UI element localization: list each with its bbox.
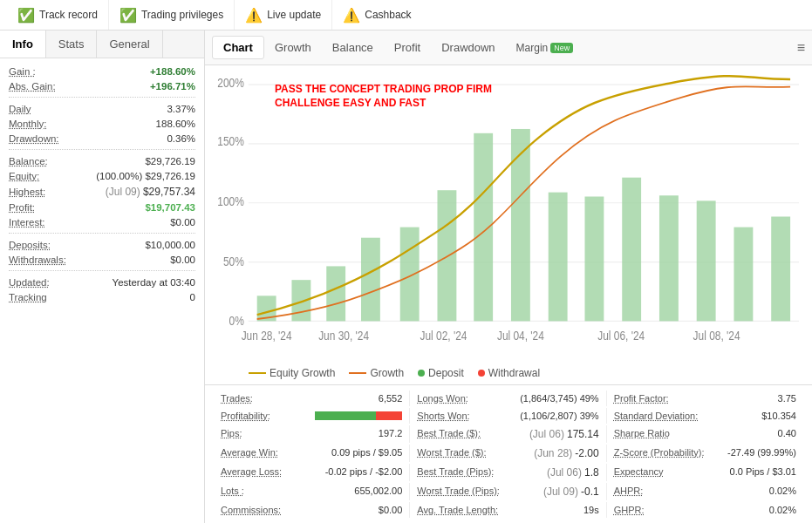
info-section: Gain : +188.60% Abs. Gain: +196.71% Dail…	[0, 58, 204, 313]
chart-tab-chart[interactable]: Chart	[212, 36, 264, 59]
svg-rect-17	[511, 129, 530, 321]
stat-trades: Trades: 6,552	[214, 391, 410, 406]
svg-rect-22	[697, 200, 716, 321]
legend-growth-line	[349, 372, 366, 374]
nav-trading-privileges[interactable]: ✅ Trading privileges	[109, 0, 235, 30]
svg-text:150%: 150%	[217, 134, 244, 148]
nav-track-label: Track record	[39, 9, 98, 21]
highest-row: Highest: (Jul 09) $29,757.34	[9, 185, 195, 199]
svg-text:200%: 200%	[217, 75, 244, 89]
chart-svg: 200% 150% 100% 50% 0%	[214, 74, 803, 359]
avg-length-label: Avg. Trade Length:	[417, 505, 498, 515]
chart-tab-drawdown[interactable]: Drawdown	[431, 37, 505, 58]
balance-label: Balance:	[9, 156, 48, 166]
stat-pips: Pips: 197.2	[214, 425, 410, 443]
profit-label: Profit:	[9, 202, 35, 213]
svg-rect-13	[361, 238, 380, 322]
abs-gain-row: Abs. Gain: +196.71%	[9, 80, 195, 98]
equity-row: Equity: (100.00%) $29,726.19	[9, 170, 195, 182]
promo-text: PASS THE CONCEPT TRADING PROP FIRM CHALL…	[275, 83, 492, 110]
svg-rect-23	[734, 228, 753, 322]
profit-factor-value: 3.75	[778, 393, 796, 404]
stat-ahpr: AHPR: 0.02%	[607, 483, 803, 500]
chart-tab-balance[interactable]: Balance	[322, 37, 384, 58]
withdrawals-row: Withdrawals: $0.00	[9, 254, 195, 271]
stat-profit-factor: Profit Factor: 3.75	[607, 391, 803, 406]
zscore-value: -27.49 (99.99%)	[727, 447, 796, 459]
nav-live-update[interactable]: ⚠️ Live update	[235, 0, 332, 30]
nav-cashback[interactable]: ⚠️ Cashback	[332, 0, 421, 30]
stat-std-dev: Standard Deviation: $10.354	[607, 408, 803, 424]
stat-profitability: Profitability:	[214, 408, 410, 424]
svg-text:Jul 08, '24: Jul 08, '24	[693, 329, 740, 343]
stats-section: Trades: 6,552 Longs Won: (1,864/3,745) 4…	[205, 384, 812, 523]
profit-factor-label: Profit Factor:	[614, 393, 669, 404]
nav-cashback-label: Cashback	[365, 9, 411, 21]
lots-label: Lots :	[221, 486, 244, 498]
abs-gain-label: Abs. Gain:	[9, 81, 56, 92]
sharpe-value: 0.40	[778, 428, 796, 440]
balance-row: Balance: $29,726.19	[9, 155, 195, 167]
longs-won-label: Longs Won:	[417, 393, 468, 404]
tab-info[interactable]: Info	[0, 31, 46, 58]
chart-tab-margin[interactable]: Margin New	[506, 37, 584, 58]
svg-text:Jul 06, '24: Jul 06, '24	[597, 329, 645, 343]
abs-gain-value: +196.71%	[150, 81, 195, 92]
tracking-row: Tracking 0	[9, 291, 195, 303]
legend-growth-label: Growth	[370, 367, 404, 379]
stat-worst-pips: Worst Trade (Pips): (Jul 09) -0.1	[410, 483, 606, 500]
worst-pips-value: (Jul 09) -0.1	[543, 486, 599, 498]
std-dev-value: $10.354	[761, 411, 796, 421]
interest-value: $0.00	[170, 217, 195, 228]
legend-withdrawal: Withdrawal	[478, 367, 540, 379]
highest-label: Highest:	[9, 187, 45, 197]
chart-tab-growth[interactable]: Growth	[264, 37, 322, 58]
chart-tab-profit[interactable]: Profit	[384, 37, 431, 58]
monthly-value: 188.60%	[156, 119, 195, 129]
svg-text:Jun 30, '24: Jun 30, '24	[318, 329, 369, 343]
nav-live-label: Live update	[267, 9, 321, 21]
pips-value: 197.2	[379, 428, 403, 440]
equity-label: Equity:	[9, 171, 39, 181]
drawdown-label: Drawdown:	[9, 133, 59, 144]
svg-text:Jun 28, '24: Jun 28, '24	[242, 329, 292, 343]
stat-worst-trade: Worst Trade ($): (Jun 28) -2.00	[410, 445, 606, 462]
svg-text:Jul 02, '24: Jul 02, '24	[420, 329, 467, 343]
expectancy-label: Expectancy	[614, 466, 664, 479]
nav-track-record[interactable]: ✅ Track record	[7, 0, 109, 30]
tab-general[interactable]: General	[97, 31, 162, 58]
profit-value: $19,707.43	[145, 202, 195, 213]
zscore-label: Z-Score (Probability):	[614, 447, 705, 459]
stat-zscore: Z-Score (Probability): -27.49 (99.99%)	[607, 445, 803, 462]
avg-length-value: 19s	[583, 505, 599, 515]
tab-stats[interactable]: Stats	[46, 31, 98, 58]
deposits-value: $10,000.00	[145, 240, 195, 250]
deposits-label: Deposits:	[9, 240, 51, 250]
nav-trading-label: Trading privileges	[141, 9, 223, 21]
stat-ghpr: GHPR: 0.02%	[607, 502, 803, 518]
interest-row: Interest: $0.00	[9, 216, 195, 234]
worst-pips-label: Worst Trade (Pips):	[417, 486, 500, 498]
svg-rect-20	[622, 178, 641, 322]
ghpr-label: GHPR:	[614, 505, 645, 515]
expectancy-value: 0.0 Pips / $3.01	[730, 466, 796, 479]
monthly-row: Monthly: 188.60%	[9, 118, 195, 130]
svg-text:0%: 0%	[229, 314, 244, 328]
stat-sharpe: Sharpe Ratio 0.40	[607, 425, 803, 443]
chart-tabs: Chart Growth Balance Profit Drawdown Mar…	[205, 31, 812, 65]
legend-equity-growth: Equity Growth	[249, 367, 335, 379]
legend-equity-line	[249, 372, 266, 374]
legend-withdrawal-label: Withdrawal	[488, 367, 540, 379]
stat-expectancy: Expectancy 0.0 Pips / $3.01	[607, 464, 803, 481]
chart-settings-icon[interactable]: ≡	[797, 40, 805, 56]
trades-value: 6,552	[379, 393, 403, 404]
drawdown-row: Drawdown: 0.36%	[9, 132, 195, 150]
stat-avg-win: Average Win: 0.09 pips / $9.05	[214, 445, 410, 462]
profit-bar-red	[376, 411, 402, 420]
stat-commissions: Commissions: $0.00	[214, 502, 410, 518]
avg-loss-value: -0.02 pips / -$2.00	[325, 466, 403, 479]
shorts-won-value: (1,106/2,807) 39%	[520, 411, 599, 421]
ahpr-label: AHPR:	[614, 486, 644, 498]
stat-avg-loss: Average Loss: -0.02 pips / -$2.00	[214, 464, 410, 481]
best-pips-label: Best Trade (Pips):	[417, 466, 494, 479]
